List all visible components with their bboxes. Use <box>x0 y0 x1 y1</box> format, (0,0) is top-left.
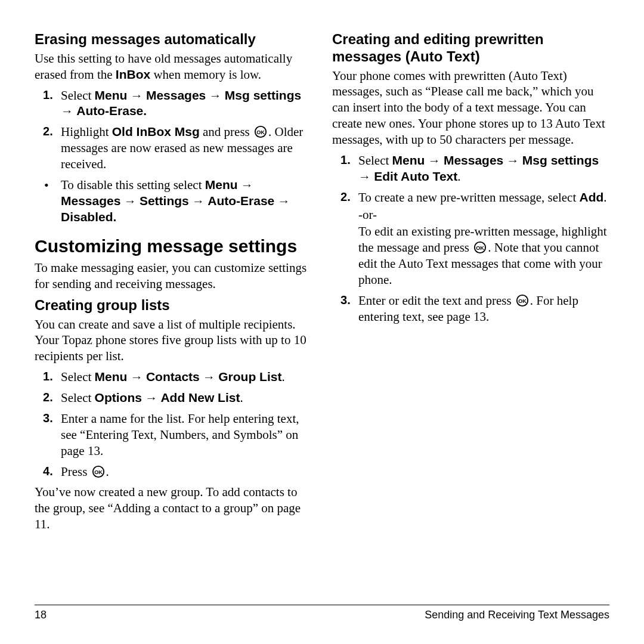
para-group-lists: You can create and save a list of multip… <box>35 317 312 365</box>
arrow-icon: → <box>274 194 290 208</box>
ui-term: Messages <box>146 88 206 102</box>
ui-term: Msg settings <box>225 88 301 102</box>
para-erase-intro: Use this setting to have old messages au… <box>35 51 312 83</box>
text: and press <box>200 125 253 139</box>
ok-key-icon <box>473 241 487 254</box>
period: . <box>113 210 117 224</box>
arrow-icon: → <box>206 88 225 103</box>
arrow-icon: → <box>425 153 444 168</box>
ui-term: Messages <box>444 153 503 167</box>
ui-term-inbox: InBox <box>116 67 150 81</box>
step: Select Options → Add New List. <box>35 390 312 406</box>
text: Select <box>61 88 95 103</box>
ui-term: Menu <box>95 88 128 102</box>
steps-auto-text: Select Menu → Messages → Msg settings → … <box>332 153 609 325</box>
arrow-icon: → <box>127 370 146 384</box>
period: . <box>143 104 147 117</box>
text: To create a new pre-written message, sel… <box>358 190 580 205</box>
para-customizing: To make messaging easier, you can custom… <box>35 260 312 292</box>
heading-group-lists: Creating group lists <box>35 297 312 314</box>
arrow-icon: → <box>120 194 140 208</box>
step: Enter or edit the text and press . For h… <box>332 293 609 325</box>
text: Select <box>61 391 95 405</box>
step: Select Menu → Messages → Msg settings → … <box>332 153 609 185</box>
step: To create a new pre-written message, sel… <box>332 190 609 288</box>
arrow-icon: → <box>238 178 253 192</box>
text: when memory is low. <box>150 67 261 82</box>
ui-term: Settings <box>140 194 189 208</box>
arrow-icon: → <box>142 391 161 405</box>
heading-auto-text: Creating and editing prewritten messages… <box>332 31 609 66</box>
step: Select Menu → Contacts → Group List. <box>35 369 312 385</box>
ui-term: Menu <box>205 178 238 191</box>
bullet-disable-erase: To disable this setting select Menu → Me… <box>35 177 312 225</box>
step: Enter a name for the list. For help ente… <box>35 411 312 459</box>
para-group-after: You’ve now created a new group. To add c… <box>35 484 312 532</box>
arrow-icon: → <box>200 370 219 384</box>
text: Press <box>61 465 91 479</box>
ui-term: Old InBox Msg <box>112 125 200 138</box>
ui-term: Edit Auto Text <box>374 169 457 183</box>
step: Highlight Old InBox Msg and press . Olde… <box>35 124 312 172</box>
chapter-title: Sending and Receiving Text Messages <box>425 609 609 621</box>
period: . <box>457 169 460 184</box>
ui-term: Contacts <box>146 370 200 383</box>
ok-key-icon <box>92 465 105 478</box>
two-column-layout: Erasing messages automatically Use this … <box>35 31 609 592</box>
ui-term: Messages <box>61 194 120 208</box>
ui-term: Group List <box>218 370 281 383</box>
ui-term: Options <box>95 391 142 404</box>
arrow-icon: → <box>358 169 374 184</box>
arrow-icon: → <box>189 194 208 208</box>
text: Select <box>358 153 392 168</box>
ok-key-icon <box>254 125 267 138</box>
steps-group: Select Menu → Contacts → Group List. Sel… <box>35 369 312 479</box>
ok-key-icon <box>516 294 529 307</box>
period: . <box>240 391 243 405</box>
text: Select <box>61 370 95 384</box>
ui-term: Add New List <box>160 391 240 404</box>
ui-term: Menu <box>95 370 128 383</box>
list-item: To disable this setting select Menu → Me… <box>35 177 312 225</box>
period: . <box>106 465 109 479</box>
heading-customizing: Customizing message settings <box>35 236 312 257</box>
step: Select Menu → Messages → Msg settings → … <box>35 88 312 120</box>
period: . <box>603 190 606 205</box>
text: Highlight <box>61 125 112 139</box>
or-divider: -or- <box>358 207 609 223</box>
ui-term: Auto-Erase <box>76 104 143 117</box>
period: . <box>281 370 284 384</box>
manual-page: Erasing messages automatically Use this … <box>0 0 644 644</box>
arrow-icon: → <box>127 88 146 103</box>
ui-term: Auto-Erase <box>208 194 274 208</box>
page-footer: 18 Sending and Receiving Text Messages <box>35 605 609 621</box>
ui-term: Add <box>580 190 604 204</box>
steps-erase: Select Menu → Messages → Msg settings → … <box>35 88 312 172</box>
page-number: 18 <box>35 609 47 621</box>
ui-term: Msg settings <box>522 153 599 167</box>
text: Enter or edit the text and press <box>358 293 515 308</box>
arrow-icon: → <box>61 104 76 118</box>
step: Press . <box>35 464 312 480</box>
ui-term: Menu <box>392 153 425 167</box>
ui-term: Disabled <box>61 210 113 224</box>
heading-erasing-auto: Erasing messages automatically <box>35 31 312 48</box>
text: To disable this setting select <box>61 178 205 192</box>
arrow-icon: → <box>503 153 522 168</box>
para-auto-text: Your phone comes with prewritten (Auto T… <box>332 68 609 148</box>
